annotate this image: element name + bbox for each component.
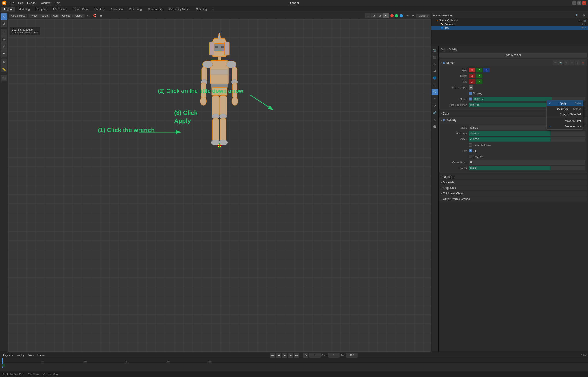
prop-tab-data[interactable]: △ [432,116,438,123]
even-thickness-checkbox[interactable] [469,143,472,147]
prop-tab-material[interactable]: ⬤ [432,123,438,130]
timeline-view-label[interactable]: View [27,353,35,357]
current-frame-input[interactable] [309,353,321,358]
proportional-icon[interactable]: ◉ [98,13,104,18]
dropdown-duplicate[interactable]: Duplicate Shift D [547,106,583,111]
outliner-item-scene-collection[interactable]: ▸ Scene Collection 👁 ↙ 📷 [431,18,588,22]
armature-eye-icon[interactable]: 👁 [581,23,584,25]
play-btn[interactable]: ▶ [282,353,287,358]
tab-texture-paint[interactable]: Texture Paint [70,7,91,12]
prop-tab-modifier[interactable]: 🔧 [432,89,438,95]
viewport-select-menu[interactable]: Select [39,14,50,18]
armature-select-icon[interactable]: ↙ [584,23,586,25]
tool-transform[interactable]: ✦ [1,50,7,57]
outliner-search[interactable]: 🔍 [574,13,580,18]
keying-label[interactable]: Keying [15,353,26,357]
mirror-realtime-btn[interactable]: 👁 [553,60,558,65]
menu-render[interactable]: Render [25,1,38,5]
dropdown-copy-to-selected[interactable]: Copy to Selected [547,111,583,117]
shade-wireframe[interactable]: ⬚ [365,13,371,18]
tab-animation[interactable]: Animation [108,7,126,12]
tool-add-cube[interactable]: ⬛ [1,75,7,82]
section-materials[interactable]: ▸ Materials [440,180,587,185]
mirror-render-btn[interactable]: 📷 [558,60,563,65]
shade-rendered[interactable]: ● [383,13,389,18]
viewport[interactable]: Object Mode View Select Add Object Globa… [8,12,431,352]
render-icon[interactable]: 📷 [583,19,586,22]
tab-geometry-nodes[interactable]: Geometry Nodes [166,7,193,12]
gizmo-icon[interactable]: ⊕ [410,13,416,18]
outliner-filter[interactable]: ⚙ [581,13,587,18]
tab-shading[interactable]: Shading [92,7,108,12]
tab-rendering[interactable]: Rendering [126,7,144,12]
clipping-checkbox[interactable]: ✓ [469,92,472,95]
prop-tab-render[interactable]: 📷 [432,47,438,54]
transform-global[interactable]: Global [73,14,84,18]
tool-select[interactable]: ↖ [1,13,7,20]
add-workspace-button[interactable]: + [210,7,216,12]
dropdown-move-to-last[interactable]: ✓ Move to Last [547,124,583,129]
prop-tab-scene[interactable]: 🏔 [432,68,438,74]
prop-tab-world[interactable]: 🌐 [432,75,438,81]
move-to-first-label[interactable]: Move to First [565,119,581,123]
prop-tab-view-layer[interactable]: 🗂 [432,61,438,67]
prop-tab-object[interactable]: ◻ [432,82,438,88]
vertex-group-input[interactable]: ⊞ [469,160,586,165]
snap-icon[interactable]: 🧲 [92,13,97,18]
shade-material[interactable]: ◕ [377,13,383,18]
prop-tab-constraints[interactable]: 🔗 [432,109,438,116]
tab-sculpting[interactable]: Sculpting [33,7,50,12]
copy-to-selected-label[interactable]: Copy to Selected [560,113,581,116]
timeline-track[interactable] [0,363,588,367]
tab-scripting[interactable]: Scripting [193,7,210,12]
menu-window[interactable]: Window [38,1,52,5]
menu-file[interactable]: File [8,1,16,5]
factor-value[interactable]: 0.000 [469,166,586,170]
section-thickness-clamp[interactable]: ▸ Thickness Clamp [440,191,587,196]
tab-compositing[interactable]: Compositing [145,7,166,12]
tab-uv-editing[interactable]: UV Editing [50,7,69,12]
tab-layout[interactable]: Layout [1,7,15,12]
viewport-view-menu[interactable]: View [29,14,38,18]
close-button[interactable]: ✕ [582,1,586,5]
tab-modeling[interactable]: Modeling [16,7,33,12]
bisect-x-button[interactable]: X [469,74,475,78]
end-frame-input[interactable] [346,353,358,358]
select-icon[interactable]: ↙ [581,19,583,22]
tool-rotate[interactable]: ↻ [1,36,7,43]
viewport-object-menu[interactable]: Object [60,14,71,18]
mirror-cage-btn[interactable]: ⬚ [569,60,574,65]
mirror-delete-btn[interactable]: ✕ [580,60,586,65]
section-output-vertex-groups[interactable]: ▸ Output Vertex Groups [440,197,587,201]
offset-value[interactable]: -1.0000 [469,137,586,141]
outliner-item-armature[interactable]: 🦴 Armature 👁 ↙ [431,22,588,26]
next-frame-btn[interactable]: ▶ [288,353,293,358]
overlay-icon[interactable]: 👁 [404,13,410,18]
flip-x-button[interactable]: X [469,79,475,84]
maximize-button[interactable]: □ [577,1,581,5]
viewport-add-menu[interactable]: Add [51,14,60,18]
thickness-value[interactable]: -0.01 m [469,131,586,136]
viewport-mode-select[interactable]: Object Mode [9,14,27,18]
fill-checkbox[interactable]: ✓ [469,149,472,152]
mirror-editmode-btn[interactable]: ✎ [564,60,569,65]
tool-cursor[interactable]: ⊕ [1,20,7,27]
bisect-y-button[interactable]: Y [476,74,482,78]
only-rim-checkbox[interactable] [469,155,472,158]
section-normals[interactable]: ▸ Normals [440,174,587,179]
mirror-object-input[interactable]: ■ [469,85,473,90]
prop-tab-physics[interactable]: ⚙ [432,103,438,109]
jump-to-end-btn[interactable]: ⏭ [294,353,299,358]
playback-label[interactable]: Playback [1,353,14,357]
section-edge-data[interactable]: ▸ Edge Data [440,185,587,190]
flip-y-button[interactable]: Y [476,79,482,84]
mirror-expand-btn[interactable]: ▿ [575,60,580,65]
tool-measure[interactable]: 📏 [1,66,7,72]
jump-to-start-btn[interactable]: ⏮ [270,353,275,358]
minimize-button[interactable]: — [572,1,576,5]
prev-frame-btn[interactable]: ◀ [276,353,281,358]
duplicate-label[interactable]: Duplicate [557,107,568,110]
pivot-icon[interactable]: ⊙ [85,13,91,18]
shade-solid[interactable]: ◑ [371,13,377,18]
eye-icon[interactable]: 👁 [578,19,580,22]
